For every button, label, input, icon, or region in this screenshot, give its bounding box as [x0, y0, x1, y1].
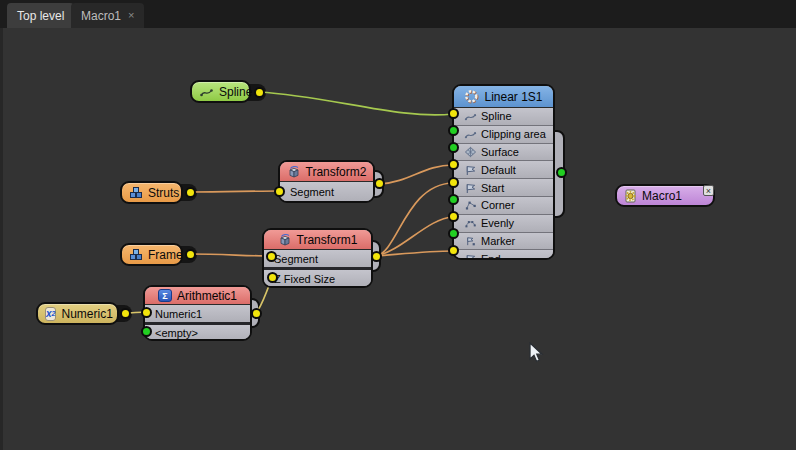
wire-spline-to-linear[interactable]	[259, 92, 453, 115]
evenly-path-icon	[464, 217, 477, 229]
node-arithmetic1-header[interactable]: Σ Arithmetic1	[145, 287, 250, 305]
node-transform1[interactable]: Transform1 Segment Z Fixed Size	[262, 228, 373, 288]
port-linear-output[interactable]	[556, 167, 567, 178]
input-row-clipping-area[interactable]: Clipping area	[454, 125, 553, 143]
input-row-label: Clipping area	[481, 128, 546, 140]
input-row-numeric1[interactable]: Numeric1	[145, 305, 250, 322]
node-arithmetic1-title: Arithmetic1	[177, 289, 237, 303]
input-row-label: Start	[481, 182, 504, 194]
port-frame-output[interactable]	[185, 249, 196, 260]
input-row-label: Default	[481, 164, 516, 176]
node-spline[interactable]: Spline	[190, 80, 251, 103]
node-transform2-title: Transform2	[306, 165, 367, 179]
port-linear-surface-input[interactable]	[448, 142, 459, 153]
input-row-end[interactable]: End	[454, 249, 553, 260]
port-linear-clipping-area-input[interactable]	[448, 125, 459, 136]
wire-transform1-to-evenly[interactable]	[376, 217, 453, 256]
input-row-marker[interactable]: Marker	[454, 232, 553, 250]
input-row-label: End	[481, 253, 501, 260]
node-macro1-label: Macro1	[642, 189, 682, 203]
wire-frame-to-transform1[interactable]	[190, 254, 271, 256]
port-transform2-output[interactable]	[374, 178, 385, 189]
node-transform2-header[interactable]: Transform2	[280, 162, 373, 182]
port-linear-end-input[interactable]	[448, 245, 459, 256]
input-row-spline[interactable]: Spline	[454, 108, 553, 125]
input-row-label: Marker	[481, 235, 515, 247]
transform-cube-icon	[287, 165, 301, 178]
node-frame[interactable]: Frame	[120, 243, 183, 266]
sigma-icon: Σ	[158, 289, 172, 302]
input-row-empty[interactable]: <empty>	[145, 322, 250, 341]
input-row-segment[interactable]: Segment	[264, 250, 371, 267]
port-arithmetic1-numeric1-input[interactable]	[141, 307, 152, 318]
port-numeric1-output[interactable]	[120, 308, 131, 319]
port-arithmetic1-output[interactable]	[251, 308, 262, 319]
node-struts[interactable]: Struts	[120, 181, 183, 204]
input-row-label: Numeric1	[155, 308, 202, 320]
x-squared-icon: x2	[45, 307, 56, 321]
cubes-icon	[129, 248, 143, 261]
close-icon[interactable]: ×	[703, 185, 714, 196]
port-linear-start-input[interactable]	[448, 177, 459, 188]
node-linear-title: Linear 1S1	[484, 90, 542, 104]
port-transform1-output[interactable]	[371, 251, 382, 262]
node-linear-header[interactable]: Linear 1S1	[454, 86, 553, 108]
spline-curve-icon	[199, 86, 214, 98]
input-row-label: <empty>	[155, 327, 198, 339]
port-spline-output[interactable]	[254, 87, 265, 98]
input-row-label: Segment	[274, 253, 318, 265]
node-editor-canvas[interactable]: Top level Macro1 × Spline	[0, 0, 796, 450]
node-spline-label: Spline	[219, 85, 252, 99]
mouse-cursor	[529, 342, 545, 364]
x-squared-sup: 2	[52, 310, 56, 317]
node-numeric1[interactable]: x2 Numeric1	[36, 302, 119, 325]
marker-path-icon	[464, 235, 477, 247]
node-linear-1s1[interactable]: Linear 1S1 Spline Clipping area Surface …	[452, 84, 555, 260]
flag-icon	[464, 164, 477, 176]
input-row-label: Segment	[290, 186, 334, 198]
sigma-glyph: Σ	[162, 291, 167, 301]
input-row-default[interactable]: Default	[454, 160, 553, 178]
port-linear-evenly-input[interactable]	[448, 211, 459, 222]
node-frame-label: Frame	[148, 248, 183, 262]
input-row-label: Corner	[481, 199, 515, 211]
flag-icon	[464, 253, 477, 260]
dashed-ring-icon	[464, 89, 479, 104]
input-row-label: Z Fixed Size	[274, 273, 335, 285]
input-row-label: Surface	[481, 146, 519, 158]
input-row-corner[interactable]: Corner	[454, 196, 553, 214]
input-row-segment[interactable]: Segment	[280, 182, 373, 202]
port-transform2-segment-input[interactable]	[274, 186, 285, 197]
port-transform1-segment-input[interactable]	[266, 251, 277, 262]
flag-icon	[464, 182, 477, 194]
wire-layer	[0, 0, 796, 450]
macro-gear-icon	[624, 189, 637, 203]
corner-path-icon	[464, 199, 477, 211]
port-linear-corner-input[interactable]	[448, 194, 459, 205]
port-transform1-z-fixed-size-input[interactable]	[267, 272, 278, 283]
surface-grid-icon	[464, 146, 477, 158]
input-row-label: Evenly	[481, 217, 514, 229]
node-arithmetic1[interactable]: Σ Arithmetic1 Numeric1 <empty>	[143, 285, 252, 341]
input-row-evenly[interactable]: Evenly	[454, 214, 553, 232]
input-row-start[interactable]: Start	[454, 178, 553, 196]
spline-curve-icon	[464, 129, 477, 140]
spline-curve-icon	[464, 111, 477, 122]
node-struts-label: Struts	[148, 186, 179, 200]
transform-cube-icon	[278, 233, 292, 246]
wire-struts-to-transform2[interactable]	[190, 191, 279, 192]
port-linear-spline-input[interactable]	[448, 108, 459, 119]
port-linear-marker-input[interactable]	[448, 228, 459, 239]
input-row-surface[interactable]: Surface	[454, 143, 553, 161]
node-transform1-title: Transform1	[297, 233, 358, 247]
input-row-z-fixed-size[interactable]: Z Fixed Size	[264, 267, 371, 287]
node-transform1-header[interactable]: Transform1	[264, 230, 371, 250]
port-arithmetic1-empty-input[interactable]	[141, 326, 152, 337]
cubes-icon	[129, 186, 143, 199]
port-linear-default-input[interactable]	[448, 159, 459, 170]
wire-transform2-to-default[interactable]	[380, 165, 453, 184]
node-macro1[interactable]: Macro1 ×	[615, 184, 715, 207]
port-struts-output[interactable]	[185, 187, 196, 198]
node-transform2[interactable]: Transform2 Segment	[278, 160, 375, 203]
input-row-label: Spline	[481, 110, 512, 122]
